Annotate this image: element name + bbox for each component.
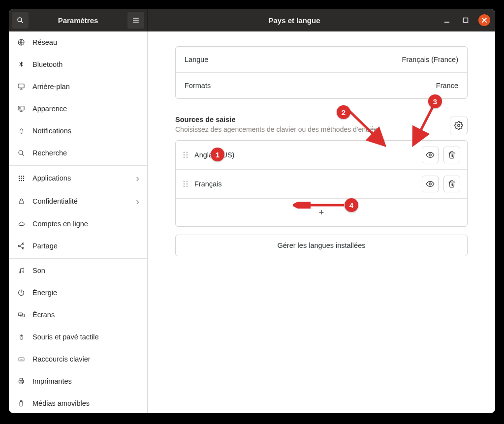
sidebar-item-recherche[interactable]: Recherche — [9, 142, 147, 164]
sidebar-item--nergie[interactable]: Énergie — [9, 282, 147, 304]
sidebar-title: Paramètres — [32, 16, 124, 25]
svg-rect-36 — [19, 358, 24, 361]
display-icon — [17, 82, 26, 91]
svg-point-61 — [429, 183, 432, 185]
annotation-badge-3: 3 — [428, 94, 442, 108]
sidebar-item-imprimantes[interactable]: Imprimantes — [9, 370, 147, 393]
sidebar-item-label: Son — [32, 267, 45, 274]
drag-handle-icon[interactable] — [183, 151, 189, 159]
svg-rect-5 — [444, 22, 449, 23]
svg-point-30 — [19, 272, 20, 273]
appearance-icon — [17, 104, 26, 113]
sidebar-item-r-seau[interactable]: Réseau — [9, 31, 147, 54]
language-row[interactable]: Langue Français (France) — [176, 47, 467, 73]
sidebar-item-bluetooth[interactable]: Bluetooth — [9, 54, 147, 76]
svg-point-23 — [23, 180, 24, 181]
svg-rect-42 — [19, 380, 23, 383]
close-button[interactable] — [478, 14, 490, 26]
sidebar-item-partage[interactable]: Partage — [9, 235, 147, 257]
annotation-badge-1: 1 — [211, 148, 224, 161]
svg-point-25 — [22, 243, 24, 244]
trash-icon — [448, 180, 456, 188]
sidebar-separator — [9, 258, 147, 259]
content-area: Langue Français (France) Formats France … — [148, 31, 495, 413]
sidebar-item-label: Partage — [32, 242, 58, 250]
headerbar-left: Paramètres — [9, 9, 148, 31]
formats-row[interactable]: Formats France — [176, 73, 467, 98]
sidebar-item-label: Énergie — [32, 289, 57, 297]
svg-rect-6 — [464, 18, 468, 23]
power-icon — [17, 288, 26, 297]
search-button[interactable] — [12, 12, 29, 29]
input-sources-title: Sources de saisie — [175, 116, 442, 123]
minimize-button[interactable] — [441, 14, 453, 26]
sidebar-item-comptes-en-ligne[interactable]: Comptes en ligne — [9, 213, 147, 235]
svg-line-14 — [22, 154, 24, 155]
settings-window: Paramètres Pays et langue Rés — [9, 9, 495, 413]
hamburger-button[interactable] — [127, 12, 144, 29]
drag-handle-icon[interactable] — [183, 180, 189, 188]
sidebar-item-son[interactable]: Son — [9, 260, 147, 282]
window-body: RéseauBluetoothArrière-planApparenceNoti… — [9, 31, 495, 413]
remove-source-button[interactable] — [443, 176, 460, 192]
removable-icon — [17, 399, 26, 408]
sidebar-item-souris-et-pav-tactile[interactable]: Souris et pavé tactile — [9, 326, 147, 348]
chevron-right-icon: › — [136, 173, 139, 183]
svg-point-18 — [18, 178, 20, 179]
svg-point-56 — [187, 181, 188, 182]
svg-point-27 — [22, 247, 24, 249]
sidebar-item-raccourcis-clavier[interactable]: Raccourcis clavier — [9, 348, 147, 370]
input-sources-subtitle: Choisissez des agencements de clavier ou… — [175, 125, 442, 133]
sidebar-item-m-dias-amovibles[interactable]: Médias amovibles — [9, 393, 147, 413]
maximize-icon — [463, 17, 469, 23]
bell-icon — [17, 126, 26, 135]
window-controls — [441, 14, 495, 26]
input-options-button[interactable] — [450, 117, 468, 134]
close-icon — [481, 17, 487, 23]
sidebar-item-apparence[interactable]: Apparence — [9, 98, 147, 120]
svg-line-1 — [21, 21, 23, 23]
sidebar-separator — [9, 165, 147, 166]
sidebar-item-notifications[interactable]: Notifications — [9, 120, 147, 142]
sidebar-item-label: Recherche — [32, 149, 67, 157]
mouse-icon — [17, 333, 26, 341]
view-layout-button[interactable] — [422, 176, 439, 192]
svg-point-31 — [22, 271, 24, 273]
bluetooth-icon — [17, 60, 26, 69]
language-value: Français (France) — [402, 56, 458, 63]
sidebar-item-label: Apparence — [32, 105, 67, 113]
svg-point-17 — [23, 175, 24, 177]
svg-line-28 — [20, 244, 22, 245]
svg-point-16 — [21, 175, 22, 177]
plus-icon: + — [319, 208, 324, 218]
sidebar-item-label: Souris et pavé tactile — [32, 333, 99, 341]
sidebar-item-confidentialit-[interactable]: Confidentialité› — [9, 190, 147, 213]
input-source-label: Français — [194, 180, 222, 188]
svg-point-13 — [19, 151, 23, 154]
sidebar-item-applications[interactable]: Applications› — [9, 167, 147, 190]
view-layout-button[interactable] — [422, 147, 439, 163]
svg-rect-43 — [20, 378, 22, 380]
svg-rect-46 — [20, 400, 22, 401]
remove-source-button[interactable] — [443, 147, 460, 163]
sidebar-item-label: Réseau — [32, 38, 57, 46]
headerbar: Paramètres Pays et langue — [9, 9, 495, 31]
keyboard-icon — [17, 355, 26, 363]
chevron-right-icon: › — [136, 196, 139, 206]
svg-point-20 — [23, 178, 24, 179]
manage-languages-button[interactable]: Gérer les langues installées — [175, 235, 468, 256]
region-panel: Langue Français (France) Formats France — [175, 46, 468, 99]
language-label: Langue — [185, 56, 208, 63]
add-input-source-button[interactable]: + — [176, 199, 467, 226]
gear-icon — [454, 121, 463, 130]
svg-point-21 — [18, 180, 20, 181]
sidebar-item-arri-re-plan[interactable]: Arrière-plan — [9, 76, 147, 98]
sidebar-item-label: Applications — [32, 174, 71, 182]
sidebar-item-label: Imprimantes — [32, 377, 72, 385]
sidebar[interactable]: RéseauBluetoothArrière-planApparenceNoti… — [9, 31, 148, 413]
maximize-button[interactable] — [460, 14, 472, 26]
svg-point-48 — [184, 152, 185, 153]
input-source-row[interactable]: Français — [176, 170, 467, 199]
sidebar-item--crans[interactable]: Écrans — [9, 304, 147, 326]
svg-point-58 — [187, 183, 188, 185]
